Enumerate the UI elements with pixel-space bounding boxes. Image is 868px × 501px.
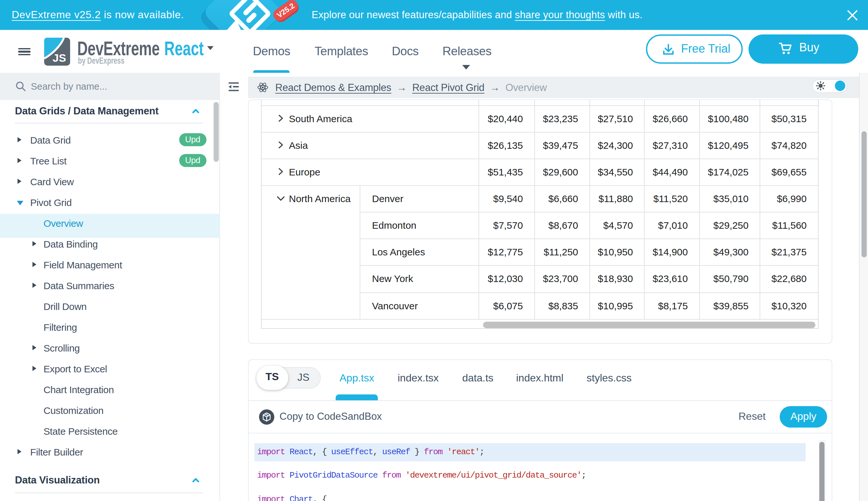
svg-text:JS: JS [53, 51, 66, 64]
